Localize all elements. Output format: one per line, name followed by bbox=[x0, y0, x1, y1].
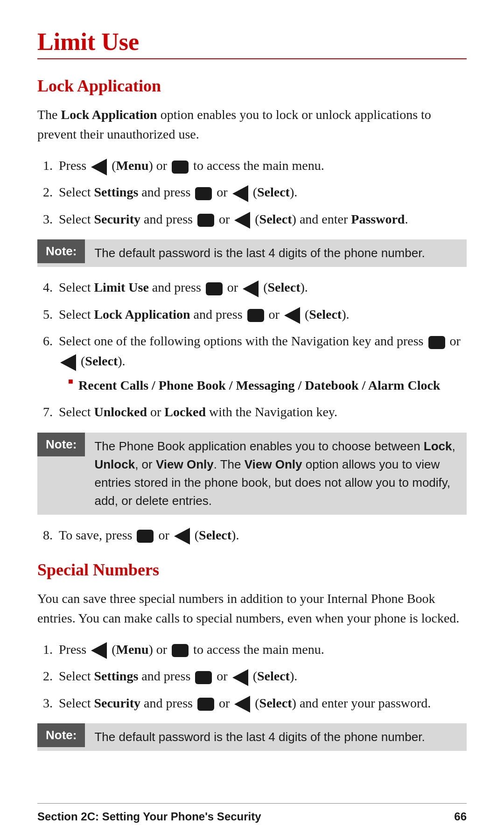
arrow-button-icon bbox=[232, 185, 248, 202]
section2-steps: Press (Menu) or to access the main menu.… bbox=[56, 639, 467, 713]
round-button-icon bbox=[197, 214, 214, 227]
list-item: Press (Menu) or to access the main menu. bbox=[56, 155, 467, 175]
arrow-button-icon bbox=[232, 669, 248, 686]
arrow-button-icon bbox=[91, 159, 107, 175]
note-content-1: The default password is the last 4 digit… bbox=[85, 239, 467, 267]
footer-right: 66 bbox=[454, 810, 467, 823]
arrow-button-icon bbox=[60, 354, 76, 371]
note-label-3: Note: bbox=[37, 723, 85, 747]
list-item: Select Settings and press or (Select). bbox=[56, 182, 467, 202]
section1-steps-part2: Select Limit Use and press or (Select). … bbox=[56, 277, 467, 422]
round-button-icon bbox=[137, 530, 154, 543]
round-button-icon bbox=[206, 282, 223, 295]
round-button-icon bbox=[195, 671, 212, 684]
sub-bullet-list: Recent Calls / Phone Book / Messaging / … bbox=[68, 375, 467, 395]
section1-title: Lock Application bbox=[37, 76, 467, 96]
round-button-icon bbox=[172, 644, 189, 657]
section2-intro: You can save three special numbers in ad… bbox=[37, 589, 467, 628]
page-title: Limit Use bbox=[37, 28, 467, 56]
note-content-2: The Phone Book application enables you t… bbox=[85, 433, 467, 515]
section2-title: Special Numbers bbox=[37, 560, 467, 580]
arrow-button-icon bbox=[91, 642, 107, 659]
note-label-1: Note: bbox=[37, 239, 85, 263]
round-button-icon bbox=[197, 698, 214, 711]
round-button-icon bbox=[195, 187, 212, 200]
list-item: Select Unlocked or Locked with the Navig… bbox=[56, 402, 467, 422]
list-item: Select Security and press or (Select) an… bbox=[56, 693, 467, 713]
round-button-icon bbox=[172, 161, 189, 174]
list-item: Recent Calls / Phone Book / Messaging / … bbox=[68, 375, 467, 395]
arrow-button-icon bbox=[174, 528, 190, 545]
round-button-icon bbox=[428, 336, 445, 349]
arrow-button-icon bbox=[234, 212, 250, 229]
arrow-button-icon bbox=[243, 280, 259, 297]
section1-steps-part1: Press (Menu) or to access the main menu.… bbox=[56, 155, 467, 229]
section1-intro: The Lock Application option enables you … bbox=[37, 105, 467, 144]
arrow-button-icon bbox=[284, 307, 300, 324]
note-box-1: Note: The default password is the last 4… bbox=[37, 239, 467, 267]
note-box-3: Note: The default password is the last 4… bbox=[37, 723, 467, 751]
note-label-2: Note: bbox=[37, 433, 85, 456]
list-item: To save, press or (Select). bbox=[56, 525, 467, 545]
list-item: Select one of the following options with… bbox=[56, 331, 467, 395]
arrow-button-icon bbox=[234, 696, 250, 713]
round-button-icon bbox=[247, 309, 264, 322]
list-item: Press (Menu) or to access the main menu. bbox=[56, 639, 467, 659]
footer: Section 2C: Setting Your Phone's Securit… bbox=[37, 803, 467, 823]
list-item: Select Settings and press or (Select). bbox=[56, 666, 467, 686]
list-item: Select Limit Use and press or (Select). bbox=[56, 277, 467, 297]
title-divider bbox=[37, 58, 467, 59]
list-item: Select Lock Application and press or (Se… bbox=[56, 304, 467, 324]
list-item: Select Security and press or (Select) an… bbox=[56, 209, 467, 229]
section1-step8: To save, press or (Select). bbox=[56, 525, 467, 545]
footer-left: Section 2C: Setting Your Phone's Securit… bbox=[37, 810, 261, 823]
note-content-3: The default password is the last 4 digit… bbox=[85, 723, 467, 751]
note-box-2: Note: The Phone Book application enables… bbox=[37, 433, 467, 515]
